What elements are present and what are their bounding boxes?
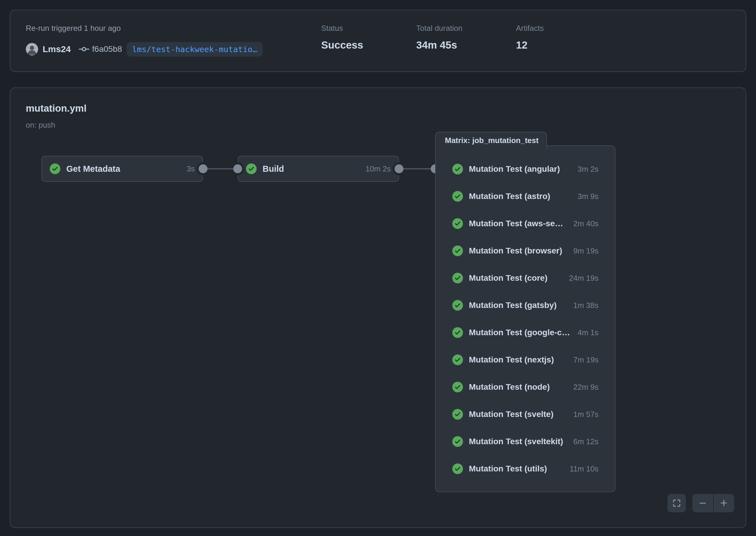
matrix-job-duration: 4m 1s (573, 328, 599, 337)
run-summary-bar: Re-run triggered 1 hour ago Lms24 f6a05b… (10, 10, 746, 72)
minus-icon: − (699, 497, 706, 509)
commit-sha-link[interactable]: f6a05b8 (92, 45, 122, 54)
matrix-job-duration: 24m 19s (565, 274, 599, 283)
matrix-job-duration: 22m 9s (569, 383, 599, 392)
matrix-job-duration: 1m 57s (569, 410, 599, 419)
matrix-job-duration: 9m 19s (569, 247, 599, 255)
matrix-job-row[interactable]: Mutation Test (gatsby) 1m 38s (452, 292, 599, 319)
check-circle-icon (452, 300, 463, 311)
matrix-job-name: Mutation Test (node) (469, 382, 550, 392)
matrix-job-name: Mutation Test (core) (469, 273, 547, 283)
fullscreen-icon (672, 498, 681, 508)
job-node-build[interactable]: Build 10m 2s (238, 156, 399, 182)
matrix-job-name: Mutation Test (google-c… (469, 328, 570, 337)
matrix-group-label: Matrix: job_mutation_test (445, 136, 538, 145)
matrix-job-name: Mutation Test (aws-se… (469, 219, 563, 228)
matrix-job-duration: 3m 2s (573, 165, 599, 174)
connector-edge (203, 168, 238, 169)
fullscreen-button[interactable] (668, 494, 686, 512)
actor-avatar[interactable] (26, 43, 38, 55)
matrix-job-row[interactable]: Mutation Test (node) 22m 9s (452, 373, 599, 401)
matrix-job-name: Mutation Test (gatsby) (469, 301, 557, 310)
zoom-controls: − + (692, 494, 734, 512)
matrix-job-duration: 11m 10s (565, 464, 599, 474)
workflow-graph-panel: mutation.yml on: push Get Metadata 3s Bu… (10, 87, 746, 528)
plus-icon: + (720, 497, 728, 509)
run-trigger-text: Re-run triggered 1 hour ago (26, 24, 121, 33)
stat-total-duration-value: 34m 45s (416, 39, 457, 51)
workflow-file-name: mutation.yml (26, 103, 86, 114)
check-circle-icon (452, 354, 463, 365)
check-circle-icon (452, 463, 463, 474)
actor-login[interactable]: Lms24 (43, 44, 71, 54)
matrix-job-row[interactable]: Mutation Test (astro) 3m 9s (452, 183, 599, 210)
workflow-trigger: on: push (26, 120, 55, 130)
matrix-job-duration: 2m 40s (569, 219, 599, 228)
matrix-group-tab: Matrix: job_mutation_test (435, 132, 547, 149)
check-circle-icon (452, 218, 463, 229)
job-duration: 10m 2s (365, 164, 391, 174)
matrix-job-duration: 1m 38s (569, 301, 599, 310)
connector-port (233, 164, 242, 173)
check-circle-icon (452, 382, 463, 392)
matrix-job-duration: 3m 9s (573, 192, 599, 201)
matrix-jobs-panel: Mutation Test (angular) 3m 2s Mutation T… (435, 146, 615, 492)
matrix-job-duration: 7m 19s (569, 355, 599, 364)
matrix-job-name: Mutation Test (angular) (469, 164, 560, 174)
stat-status-label: Status (321, 24, 343, 33)
stat-status-value: Success (321, 39, 363, 51)
matrix-job-name: Mutation Test (svelte) (469, 410, 553, 419)
stat-artifacts-label: Artifacts (516, 24, 544, 33)
matrix-job-name: Mutation Test (utils) (469, 464, 547, 474)
zoom-out-button[interactable]: − (692, 494, 714, 512)
check-circle-icon (452, 327, 463, 338)
connector-port (199, 164, 207, 173)
stat-total-duration-label: Total duration (416, 24, 462, 33)
stat-artifacts-value: 12 (516, 39, 527, 51)
check-circle-icon (246, 163, 257, 174)
matrix-job-row[interactable]: Mutation Test (sveltekit) 6m 12s (452, 428, 599, 455)
check-circle-icon (50, 163, 60, 174)
zoom-in-button[interactable]: + (714, 494, 734, 512)
check-circle-icon (452, 191, 463, 202)
matrix-job-row[interactable]: Mutation Test (aws-se… 2m 40s (452, 210, 599, 237)
check-circle-icon (452, 409, 463, 419)
job-name: Build (263, 164, 284, 174)
job-duration: 3s (187, 164, 195, 174)
check-circle-icon (452, 273, 463, 284)
job-node-get-metadata[interactable]: Get Metadata 3s (42, 156, 203, 182)
matrix-job-row[interactable]: Mutation Test (browser) 9m 19s (452, 237, 599, 264)
matrix-job-row[interactable]: Mutation Test (google-c… 4m 1s (452, 319, 599, 346)
branch-label[interactable]: lms/test-hackweek-mutatio… (127, 42, 263, 56)
matrix-job-name: Mutation Test (astro) (469, 192, 550, 201)
check-circle-icon (452, 436, 463, 447)
git-commit-icon (79, 44, 90, 55)
matrix-job-row[interactable]: Mutation Test (nextjs) 7m 19s (452, 346, 599, 373)
check-circle-icon (452, 246, 463, 256)
matrix-job-row[interactable]: Mutation Test (utils) 11m 10s (452, 455, 599, 483)
matrix-job-duration: 6m 12s (569, 437, 599, 446)
matrix-job-name: Mutation Test (nextjs) (469, 355, 554, 364)
matrix-job-name: Mutation Test (browser) (469, 246, 562, 255)
connector-port (394, 164, 403, 173)
matrix-job-row[interactable]: Mutation Test (core) 24m 19s (452, 264, 599, 292)
job-name: Get Metadata (66, 164, 120, 174)
commit-info-row: Lms24 f6a05b8 lms/test-hackweek-mutatio… (26, 42, 263, 56)
matrix-job-row[interactable]: Mutation Test (angular) 3m 2s (452, 155, 599, 183)
check-circle-icon (452, 164, 463, 174)
matrix-job-name: Mutation Test (sveltekit) (469, 437, 563, 446)
matrix-job-row[interactable]: Mutation Test (svelte) 1m 57s (452, 401, 599, 428)
connector-edge (399, 168, 435, 169)
